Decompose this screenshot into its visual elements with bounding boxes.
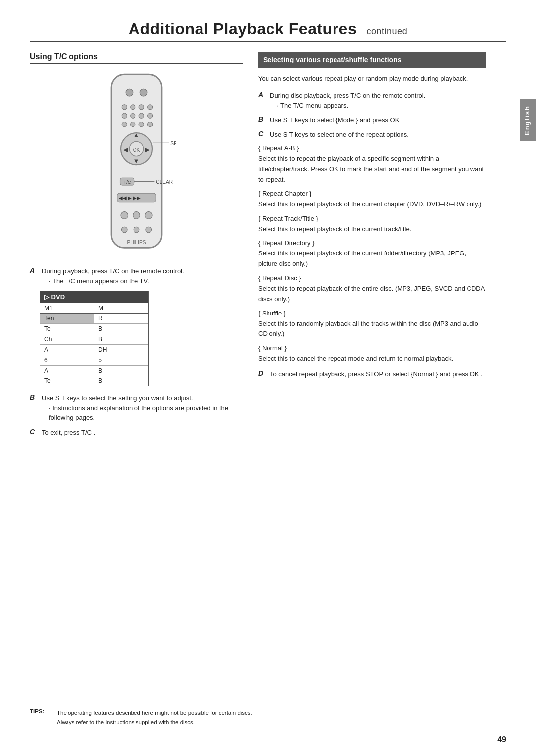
svg-point-8 — [131, 113, 135, 118]
svg-text:SELECT: SELECT — [170, 141, 176, 146]
step-a-sub: The T/C menu appears on the TV. — [49, 276, 184, 286]
svg-text:▶: ▶ — [145, 146, 150, 153]
right-step-a-text: During disc playback, press T/C on the r… — [270, 91, 425, 101]
option-heading-3: { Repeat Track/Title } — [258, 215, 486, 222]
svg-point-14 — [148, 122, 153, 127]
menu-cell-r1: M — [94, 303, 148, 313]
svg-point-9 — [139, 113, 144, 118]
left-step-c: C To exit, press T/C . — [30, 428, 243, 438]
page-header: Additional Playback Features continued — [30, 20, 506, 42]
right-step-b-text: Use S T keys to select {Mode } and press… — [270, 115, 403, 125]
svg-point-13 — [139, 122, 144, 127]
left-column: Using T/C options — [30, 52, 243, 442]
menu-cell-l4: Ch — [40, 334, 94, 344]
corner-mark-tr — [517, 10, 526, 19]
menu-row-3: Te B — [40, 323, 148, 334]
right-step-letter-b: B — [258, 115, 266, 123]
svg-point-11 — [122, 122, 127, 127]
right-step-letter-c: C — [258, 130, 266, 138]
option-desc-5: Select this to repeat playback of the en… — [258, 284, 486, 305]
tips-line-1: The operating features described here mi… — [57, 708, 252, 717]
menu-row-7: A B — [40, 365, 148, 376]
corner-mark-bl — [10, 737, 19, 746]
right-intro-text: You can select various repeat play or ra… — [258, 74, 486, 84]
step-letter-a: A — [30, 266, 38, 274]
option-heading-6: { Shuffle } — [258, 310, 486, 317]
menu-row-8: Te B — [40, 376, 148, 386]
menu-cell-l2: Ten — [40, 314, 94, 323]
left-section-heading: Using T/C options — [30, 52, 243, 64]
svg-point-7 — [122, 113, 127, 118]
menu-cell-r7: B — [94, 366, 148, 376]
tips-line-2: Always refer to the instructions supplie… — [57, 718, 252, 727]
option-heading-5: { Repeat Disc } — [258, 274, 486, 282]
menu-row-1: M1 M — [40, 303, 148, 313]
content-columns: Using T/C options — [30, 52, 506, 442]
svg-text:▲: ▲ — [134, 131, 140, 139]
left-step-b: B Use S T keys to select the setting you… — [30, 393, 243, 423]
svg-text:▼: ▼ — [134, 157, 140, 165]
right-step-a: A During disc playback, press T/C on the… — [258, 91, 486, 110]
svg-text:CLEAR: CLEAR — [156, 179, 173, 185]
english-tab: English — [520, 99, 536, 141]
menu-cell-l3: Te — [40, 324, 94, 334]
svg-text:OK: OK — [133, 147, 140, 153]
right-step-letter-a: A — [258, 91, 266, 99]
menu-cell-r2: R — [94, 314, 148, 323]
svg-point-31 — [133, 212, 140, 219]
menu-cell-l1: M1 — [40, 303, 94, 313]
corner-mark-br — [517, 737, 526, 746]
menu-cell-r4: B — [94, 334, 148, 344]
svg-text:◀: ◀ — [123, 146, 128, 153]
tips-label: TIPS: — [30, 708, 50, 727]
menu-cell-l6: 6 — [40, 355, 94, 365]
menu-cell-r5: DH — [94, 345, 148, 355]
menu-cell-r8: B — [94, 376, 148, 386]
svg-point-34 — [134, 227, 139, 233]
step-letter-b: B — [30, 393, 38, 401]
option-desc-4: Select this to repeat playback of the cu… — [258, 249, 486, 269]
svg-point-10 — [148, 113, 153, 118]
right-step-letter-d: D — [258, 369, 266, 377]
svg-text:T/C: T/C — [123, 179, 131, 185]
menu-cell-r6: ○ — [94, 355, 148, 365]
corner-mark-tl — [10, 10, 19, 19]
svg-point-6 — [148, 105, 153, 110]
right-step-c: C Use S T keys to select one of the repe… — [258, 130, 486, 140]
svg-text:PHILIPS: PHILIPS — [127, 240, 146, 245]
step-b-text: Use S T keys to select the setting you w… — [42, 393, 243, 403]
svg-point-30 — [121, 212, 128, 219]
right-section-heading: Selecting various repeat/shuffle functio… — [258, 52, 486, 68]
svg-point-3 — [122, 105, 127, 110]
svg-point-1 — [126, 89, 133, 96]
menu-row-4: Ch B — [40, 334, 148, 344]
option-heading-4: { Repeat Directory } — [258, 239, 486, 247]
menu-row-6: 6 ○ — [40, 355, 148, 365]
menu-row-5: A DH — [40, 344, 148, 355]
step-b-sub: Instructions and explanation of the opti… — [49, 403, 243, 423]
option-desc-2: Select this to repeat playback of the cu… — [258, 199, 486, 210]
option-heading-1: { Repeat A-B } — [258, 144, 486, 152]
right-step-b: B Use S T keys to select {Mode } and pre… — [258, 115, 486, 125]
right-step-c-text: Use S T keys to select one of the repeat… — [270, 130, 409, 140]
page-number: 49 — [497, 735, 506, 744]
menu-cell-l5: A — [40, 345, 94, 355]
step-c-text: To exit, press T/C . — [42, 428, 95, 438]
page: English Additional Playback Features con… — [0, 0, 536, 756]
remote-illustration: ▲ ▼ ◀ ▶ OK SELECT T/C CLEAR ◀◀ — [30, 71, 243, 258]
page-title: Additional Playback Features continued — [30, 20, 506, 38]
step-letter-c: C — [30, 428, 38, 436]
svg-text:◀◀  ▶  ▶▶: ◀◀ ▶ ▶▶ — [119, 195, 141, 201]
tc-menu-table: ▷ DVD M1 M Ten R Te B Ch B A — [40, 291, 149, 386]
tips-content: The operating features described here mi… — [57, 708, 252, 727]
left-step-a: A During playback, press T/C on the remo… — [30, 266, 243, 286]
svg-point-4 — [131, 105, 135, 110]
svg-point-33 — [121, 227, 127, 233]
svg-point-12 — [131, 122, 135, 127]
option-desc-1: Select this to repeat the playback of a … — [258, 154, 486, 185]
right-step-a-sub: The T/C menu appears. — [277, 101, 425, 111]
option-desc-6: Select this to randomly playback all the… — [258, 319, 486, 340]
remote-svg: ▲ ▼ ◀ ▶ OK SELECT T/C CLEAR ◀◀ — [97, 71, 176, 258]
menu-cell-l8: Te — [40, 376, 94, 386]
option-desc-3: Select this to repeat playback of the cu… — [258, 224, 486, 235]
